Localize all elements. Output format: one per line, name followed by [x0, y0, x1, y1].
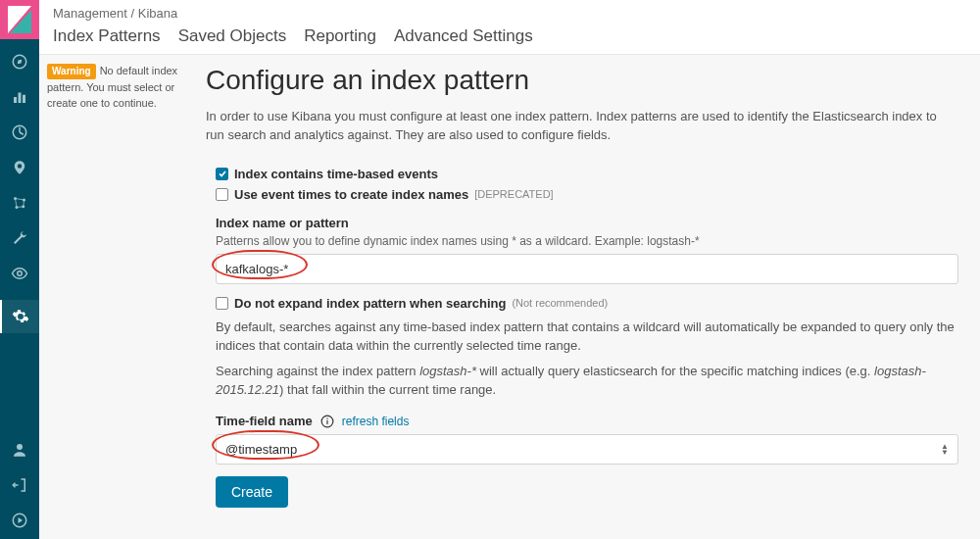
warning-badge: Warning: [47, 64, 96, 79]
page-description: In order to use Kibana you must configur…: [206, 108, 958, 145]
svg-marker-15: [19, 517, 24, 523]
info-icon[interactable]: [320, 415, 334, 428]
checkbox-no-expand[interactable]: [216, 297, 228, 310]
discover-icon[interactable]: [11, 53, 28, 71]
checkbox-no-expand-row[interactable]: Do not expand index pattern when searchi…: [216, 296, 958, 311]
subtabs: Index Patterns Saved Objects Reporting A…: [53, 23, 966, 54]
index-name-label: Index name or pattern: [216, 216, 958, 230]
refresh-fields-link[interactable]: refresh fields: [342, 415, 410, 428]
svg-marker-3: [18, 60, 23, 65]
timefield-value: @timestamp: [225, 442, 297, 457]
graph-icon[interactable]: [11, 194, 28, 212]
select-chevron-icon: ▲▼: [941, 444, 949, 456]
timefield-label: Time-field name: [216, 414, 313, 428]
logout-icon[interactable]: [11, 476, 28, 494]
svg-point-13: [17, 444, 23, 450]
index-name-input[interactable]: [216, 254, 958, 284]
create-button[interactable]: Create: [216, 476, 288, 508]
devtools-icon[interactable]: [11, 229, 28, 247]
tab-index-patterns[interactable]: Index Patterns: [53, 26, 161, 46]
user-icon[interactable]: [11, 441, 28, 459]
deprecated-tag: [DEPRECATED]: [474, 188, 553, 200]
kibana-logo[interactable]: [0, 0, 39, 39]
breadcrumb-section[interactable]: Management: [53, 6, 127, 21]
dashboard-icon[interactable]: [11, 123, 28, 141]
tab-advanced-settings[interactable]: Advanced Settings: [394, 26, 533, 46]
svg-rect-18: [326, 417, 327, 418]
page-title: Configure an index pattern: [206, 65, 958, 96]
checkbox-event-times-label: Use event times to create index names: [234, 187, 468, 202]
top-bar: Management / Kibana Index Patterns Saved…: [39, 0, 980, 55]
management-nav-item[interactable]: [0, 300, 39, 333]
gear-icon: [12, 308, 29, 325]
checkbox-time-based-row[interactable]: Index contains time-based events: [216, 167, 958, 181]
checkbox-no-expand-label: Do not expand index pattern when searchi…: [234, 296, 506, 311]
monitoring-icon[interactable]: [11, 265, 28, 282]
checkbox-time-based-label: Index contains time-based events: [234, 167, 438, 181]
expand-help-para-1: By default, searches against any time-ba…: [216, 318, 958, 356]
svg-rect-6: [23, 95, 25, 103]
svg-rect-17: [326, 419, 327, 423]
breadcrumb: Management / Kibana: [53, 0, 966, 23]
expand-help-para-2: Searching against the index pattern logs…: [216, 363, 958, 400]
timefield-select[interactable]: @timestamp ▲▼: [216, 434, 958, 465]
tab-reporting[interactable]: Reporting: [304, 26, 376, 46]
index-name-hint: Patterns allow you to define dynamic ind…: [216, 234, 958, 248]
not-recommended-tag: (Not recommended): [512, 297, 608, 309]
svg-point-12: [18, 271, 23, 276]
checkbox-time-based[interactable]: [216, 168, 228, 180]
svg-rect-5: [19, 93, 22, 104]
content-area: Configure an index pattern In order to u…: [196, 55, 980, 539]
warning-sidebar: WarningNo default index pattern. You mus…: [39, 55, 196, 539]
tab-saved-objects[interactable]: Saved Objects: [178, 26, 287, 46]
breadcrumb-page[interactable]: Kibana: [138, 6, 177, 21]
checkbox-event-times-row[interactable]: Use event times to create index names [D…: [216, 187, 958, 202]
collapse-icon[interactable]: [11, 512, 28, 529]
visualize-icon[interactable]: [11, 88, 28, 106]
side-rail: [0, 0, 39, 539]
main-panel: Management / Kibana Index Patterns Saved…: [39, 0, 980, 539]
checkbox-event-times[interactable]: [216, 188, 228, 201]
timelion-icon[interactable]: [11, 159, 28, 176]
svg-rect-4: [14, 97, 17, 103]
